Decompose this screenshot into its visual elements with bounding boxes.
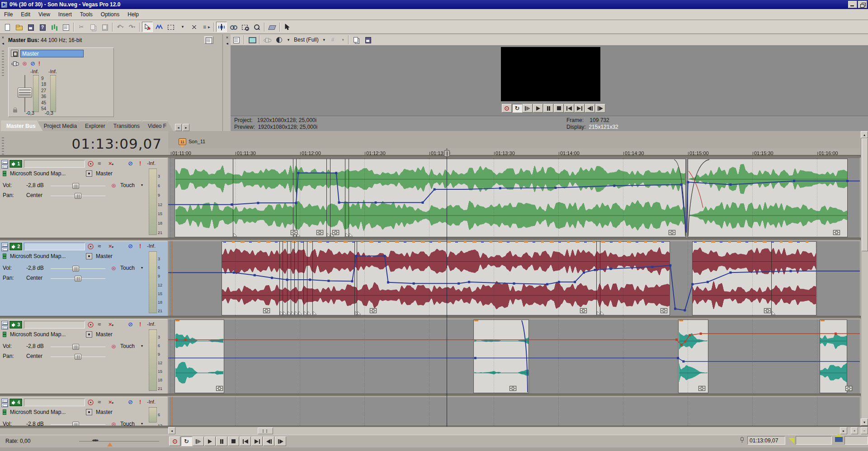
track-maximize-icon[interactable] — [1, 164, 8, 169]
paste-button[interactable] — [99, 22, 110, 32]
play-from-start-button[interactable] — [193, 437, 204, 446]
envelope-edit-tool-button[interactable] — [154, 22, 165, 32]
automation-mode-dropdown-icon[interactable]: ▾ — [141, 422, 143, 426]
stop-button[interactable] — [554, 104, 564, 113]
preview-properties-button[interactable] — [231, 35, 242, 45]
arm-record-icon[interactable] — [88, 161, 94, 167]
pan-value-slider-handle[interactable] — [75, 354, 81, 360]
solo-icon[interactable]: ! — [139, 243, 141, 250]
zoom-out-button[interactable]: − — [861, 427, 868, 434]
vol-value-slider-handle[interactable] — [72, 266, 79, 272]
preview-quality-dropdown-icon[interactable]: ▾ — [321, 35, 327, 45]
tab-project-media[interactable]: Project Media — [38, 121, 84, 131]
edit-details-button[interactable] — [61, 22, 71, 32]
track-name-input[interactable] — [24, 321, 85, 329]
solo-icon[interactable]: ! — [139, 160, 141, 167]
marker-bar[interactable] — [168, 131, 860, 148]
track-header-1[interactable]: 1≈×▾⊘!Microsoft Sound Map...MasterVol:-2… — [0, 158, 167, 238]
lock-icon[interactable] — [13, 109, 17, 113]
tab-video-f[interactable]: Video F — [142, 121, 173, 131]
loop-playback-button[interactable]: ↻ — [181, 437, 192, 446]
external-monitor-button[interactable] — [246, 35, 257, 45]
automation-settings-icon[interactable]: ⊛ — [111, 265, 116, 272]
automation-mode[interactable]: Touch — [120, 421, 135, 426]
insert-fx-icon[interactable] — [3, 332, 6, 337]
automation-mode[interactable]: Touch — [120, 265, 135, 271]
track-name-input[interactable] — [24, 399, 85, 406]
preview-quality-button[interactable]: Best (Full) — [292, 37, 321, 43]
track-device[interactable]: Microsoft Sound Map... — [10, 170, 66, 177]
vol-value-slider-handle[interactable] — [72, 183, 79, 189]
copy-button[interactable] — [88, 22, 99, 32]
vertical-scroll-thumb[interactable] — [862, 138, 868, 251]
track-fx-icon[interactable]: ×▾ — [108, 243, 113, 251]
go-to-end-button[interactable] — [575, 104, 585, 113]
edit-details-icon[interactable] — [204, 36, 213, 44]
new-project-button[interactable] — [2, 22, 13, 32]
insert-fx-icon[interactable] — [3, 254, 6, 259]
group-events-button[interactable] — [228, 22, 239, 32]
mute-icon[interactable]: ⊘ — [128, 321, 133, 328]
automation-settings-icon[interactable]: ⊛ — [111, 182, 116, 189]
track-name-input[interactable] — [24, 243, 85, 250]
mute-icon[interactable]: ⊘ — [30, 61, 35, 66]
insert-fx-icon[interactable] — [3, 409, 6, 415]
track-minimize-icon[interactable] — [1, 160, 8, 164]
track-envelope-icon[interactable]: ≈ — [98, 321, 101, 328]
automation-mode[interactable]: Touch — [120, 343, 135, 349]
arm-record-icon[interactable] — [88, 399, 94, 405]
open-project-button[interactable] — [14, 22, 24, 32]
play-button[interactable] — [204, 437, 216, 446]
close-dock-icon[interactable]: × — [0, 35, 5, 40]
pause-button[interactable] — [216, 437, 227, 446]
vol-value-slider-handle[interactable] — [72, 344, 79, 350]
scroll-left-icon[interactable]: ◂ — [168, 427, 175, 434]
track-4-lane[interactable] — [168, 397, 860, 426]
arm-record-icon[interactable] — [88, 244, 94, 249]
master-name-field[interactable]: Master — [20, 50, 84, 57]
zoom-selection-button[interactable] — [240, 22, 250, 32]
vol-value-slider-handle[interactable] — [72, 422, 79, 426]
menu-options[interactable]: Options — [97, 10, 123, 19]
insert-fx-icon[interactable] — [3, 171, 6, 176]
record-button[interactable] — [502, 104, 512, 113]
previous-frame-button[interactable] — [263, 437, 274, 446]
track-minimize-icon[interactable] — [1, 399, 8, 403]
loop-playback-button[interactable]: ↻ — [512, 104, 522, 113]
track-fx-icon[interactable]: ×▾ — [108, 160, 113, 168]
tab-explorer[interactable]: Explorer — [80, 121, 113, 131]
close-preview-icon[interactable]: × — [225, 35, 230, 40]
video-output-fx-button[interactable] — [262, 35, 273, 45]
track-2-lane[interactable] — [168, 241, 860, 316]
automation-mode[interactable]: Touch — [120, 182, 135, 188]
edit-tool-dropdown-button[interactable]: ▾ — [177, 22, 188, 32]
erase-tool-button[interactable] — [267, 22, 278, 32]
scroll-right-icon[interactable]: ▸ — [840, 427, 847, 434]
pan-value-slider-handle[interactable] — [75, 276, 81, 282]
automation-settings-icon[interactable]: ⊛ — [111, 421, 116, 426]
import-media-button[interactable] — [49, 22, 60, 32]
automation-mode-dropdown-icon[interactable]: ▾ — [141, 266, 143, 270]
zoom-tool-button[interactable] — [251, 22, 262, 32]
track-name-input[interactable] — [24, 160, 85, 168]
mute-icon[interactable]: ⊘ — [128, 243, 133, 250]
minimize-button[interactable] — [848, 1, 857, 8]
menu-view[interactable]: View — [34, 10, 54, 19]
menu-edit[interactable]: Edit — [17, 10, 34, 19]
grid-overlay-button[interactable] — [328, 35, 339, 45]
automation-settings-icon[interactable]: ⊛ — [22, 61, 27, 66]
save-snapshot-button[interactable] — [363, 35, 373, 45]
split-screen-dropdown-icon[interactable]: ▾ — [285, 35, 292, 45]
solo-icon[interactable]: ! — [139, 321, 141, 328]
stop-button[interactable] — [228, 437, 239, 446]
track-maximize-icon[interactable] — [1, 325, 8, 329]
rate-scrub-handle[interactable]: ◂◂▪▸▸ — [92, 437, 98, 442]
whats-this-help-button[interactable] — [282, 22, 293, 32]
track-1-lane[interactable] — [168, 158, 860, 238]
save-project-button[interactable] — [25, 22, 36, 32]
track-envelope-icon[interactable]: ≈ — [98, 243, 101, 250]
go-to-start-button[interactable] — [240, 437, 251, 446]
track-fx-icon[interactable]: ×▾ — [108, 399, 113, 407]
undo-button[interactable]: ↶▾ — [115, 22, 126, 32]
copy-snapshot-button[interactable] — [351, 35, 362, 45]
